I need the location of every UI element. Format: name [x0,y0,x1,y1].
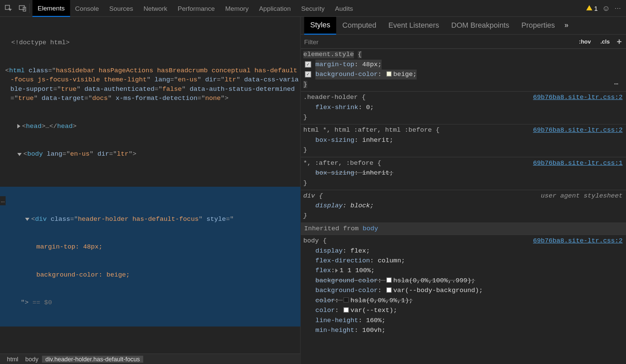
happy-face-icon[interactable]: ☺ [602,4,610,13]
tab-styles[interactable]: Styles [304,17,336,34]
tab-event-listeners[interactable]: Event Listeners [382,17,445,34]
color-swatch[interactable] [386,278,391,283]
source-link[interactable]: 69b76ba8.site-ltr.css:2 [533,93,623,102]
inherited-from-header: Inherited from body [301,223,626,235]
tab-elements[interactable]: Elements [32,0,70,17]
selection-hint: == $0 [32,299,52,307]
gutter-ellipsis-icon: … [0,196,6,205]
rule-body[interactable]: 69b76ba8.site-ltr.css:2 body { display: … [301,235,626,337]
prop-checkbox[interactable] [305,61,311,68]
prop-checkbox[interactable] [305,71,311,77]
styles-panel: Styles Computed Event Listeners DOM Brea… [301,17,626,364]
source-link[interactable]: 69b76ba8.site-ltr.css:1 [533,158,623,168]
rule-element-style[interactable]: element.style { margin-top: 48px; backgr… [301,49,626,92]
device-toggle-icon[interactable] [16,3,28,14]
selected-node[interactable]: … <div class="header-holder has-default-… [0,187,300,326]
color-swatch[interactable] [386,287,391,292]
hov-toggle[interactable]: :hov [576,37,594,46]
tab-memory[interactable]: Memory [220,0,254,17]
tab-security[interactable]: Security [296,0,330,17]
elements-panel: <!doctype html> <html class="hasSidebar … [0,17,301,364]
filter-bar: :hov .cls + [301,34,626,49]
dom-tree[interactable]: <!doctype html> <html class="hasSidebar … [0,17,300,354]
breadcrumb-body[interactable]: body [22,356,42,362]
rule-header-holder[interactable]: 69b76ba8.site-ltr.css:2 .header-holder {… [301,92,626,124]
expand-shorthand-icon[interactable] [335,268,338,273]
tab-properties[interactable]: Properties [515,17,561,34]
tab-computed[interactable]: Computed [336,17,382,34]
collapse-icon[interactable] [25,218,29,221]
warning-badge[interactable]: 1 [586,4,598,12]
rule-div-ua[interactable]: user agent stylesheet div { display: blo… [301,190,626,223]
filter-input[interactable] [304,38,576,45]
inherited-from-link[interactable]: body [363,225,378,233]
source-link[interactable]: 69b76ba8.site-ltr.css:2 [533,236,623,246]
tab-sources[interactable]: Sources [104,0,138,17]
more-tabs-icon[interactable]: » [564,21,569,30]
warning-count: 1 [594,4,598,12]
color-swatch[interactable] [386,71,391,76]
breadcrumb-html[interactable]: html [3,356,22,362]
expand-icon[interactable] [17,124,20,128]
tab-performance[interactable]: Performance [172,0,220,17]
tab-console[interactable]: Console [70,0,104,17]
user-agent-label: user agent stylesheet [541,191,623,201]
color-swatch[interactable] [343,307,348,312]
inspect-icon[interactable] [2,3,14,14]
dom-breadcrumb: html body div.header-holder.has-default-… [0,354,300,364]
style-rules: element.style { margin-top: 48px; backgr… [301,49,626,364]
warning-icon [586,5,593,10]
devtools-toolbar: Elements Console Sources Network Perform… [0,0,626,17]
more-actions-icon[interactable]: ⋯ [614,80,619,89]
tab-network[interactable]: Network [138,0,172,17]
rule-universal[interactable]: 69b76ba8.site-ltr.css:1 *, :after, :befo… [301,157,626,190]
source-link[interactable]: 69b76ba8.site-ltr.css:2 [533,125,623,135]
kebab-menu-icon[interactable]: ⋯ [615,4,622,12]
right-tabs: Styles Computed Event Listeners DOM Brea… [301,17,626,34]
separator [29,3,30,13]
collapse-icon[interactable] [17,153,22,156]
rule-html-star[interactable]: 69b76ba8.site-ltr.css:2 html *, html :af… [301,125,626,157]
doctype: <!doctype html> [11,39,70,46]
breadcrumb-selected[interactable]: div.header-holder.has-default-focus [42,356,143,362]
cls-toggle[interactable]: .cls [598,37,612,46]
new-rule-icon[interactable]: + [617,36,622,46]
tab-application[interactable]: Application [254,0,296,17]
tab-dom-breakpoints[interactable]: DOM Breakpoints [445,17,515,34]
color-swatch[interactable] [343,297,348,303]
tab-audits[interactable]: Audits [330,0,358,17]
